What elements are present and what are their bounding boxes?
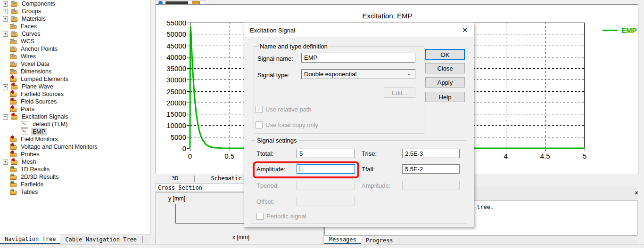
cross-section-title: Cross Section [158,184,202,191]
folder-gear-icon: ✱ [11,160,17,165]
tree-tab-bar: Navigation Tree Cable Navigation Tree [0,234,150,245]
tree-item-mesh[interactable]: +✱Mesh [0,158,150,166]
tab-separator [399,237,399,244]
tree-scrollbar[interactable] [150,0,155,234]
tree-item-emp[interactable]: ∿∿EMP [0,128,150,136]
navigation-tree-panel: +Components+Groups+MaterialsFaces+Curves… [0,0,150,234]
offset-label: Offset: [256,198,274,205]
tree-item-label: 1D Results [19,166,51,173]
tree-item-voltage-and-current-monitors[interactable]: ✱Voltage and Current Monitors [0,143,150,151]
tree-item-label: Field Sources [19,98,58,105]
close-icon[interactable]: ✕ [632,188,641,197]
tree-item-label: Tables [19,188,39,196]
tree-item-farfield-sources[interactable]: ✱Farfield Sources [0,90,150,98]
apply-button[interactable]: Apply [425,77,465,88]
group-legend: Signal settings [255,137,299,144]
dialog-title: Excitation Signal [250,27,295,34]
folder-gear-icon: ✱ [11,114,17,120]
signal-icon: ∿∿ [21,121,28,128]
folder-gear-icon: ✱ [10,152,17,157]
excitation-signal-dialog: Excitation Signal ✕ Name and type defini… [244,23,474,227]
signal-name-input[interactable]: EMP [301,53,415,63]
folder-results-icon: ≋ [10,175,17,180]
folder-gear-icon: ✱ [10,77,17,82]
folder-cone-icon [11,16,17,22]
tree-item-field-sources[interactable]: ✱Field Sources [0,98,150,105]
tree-item-2d-3d-results[interactable]: ≋2D/3D Results [0,173,150,181]
tree-item-dimensions[interactable]: Dimensions [0,68,150,75]
tab-separator [142,236,143,243]
tree-item-anchor-points[interactable]: Anchor Points [0,45,150,53]
tree-item-field-monitors[interactable]: ✱Field Monitors [0,136,150,143]
ok-button[interactable]: OK [425,49,465,60]
folder-results-icon: ≋ [10,182,17,187]
tab-navigation-tree[interactable]: Navigation Tree [0,234,60,245]
tree-item-default-tlm[interactable]: ∿∿default (TLM) [0,120,150,128]
tree-item-faces[interactable]: Faces [0,23,150,30]
tree-item-tables[interactable]: ≋Tables [0,188,150,196]
use-local-copy-label: Use local copy only [265,121,318,128]
periodic-signal-row: Periodic signal [256,213,306,220]
tree-item-ports[interactable]: ✱Ports [0,105,150,113]
tree-item-label: Anchor Points [19,45,59,53]
tab-3d[interactable]: 3D [156,175,194,182]
tree-item-lumped-elements[interactable]: ✱Lumped Elements [0,75,150,83]
tfall-input[interactable]: 5.5E-2 [402,164,460,174]
checkbox-checked-icon[interactable]: ✓ [256,106,263,113]
tree-item-curves[interactable]: +Curves [0,30,150,38]
collapse-icon[interactable]: − [3,114,8,120]
edit-button[interactable]: Edit... [384,88,415,98]
tab-label: Cable Navigation Tree [65,236,137,243]
offset-input [297,197,355,206]
checkbox-unchecked-icon[interactable] [256,121,263,128]
tab-progress[interactable]: Progress [361,236,398,245]
use-relative-path-row[interactable]: ✓ Use relative path [256,106,312,113]
tree-item-plane-wave[interactable]: +✱Plane Wave [0,83,150,90]
tab-label: Navigation Tree [5,236,56,242]
tree-item-label: Materials [20,15,47,23]
expand-icon[interactable]: + [3,32,8,37]
tree-item-farfields[interactable]: ≋Farfields [0,181,150,188]
help-button[interactable]: Help [425,92,465,102]
tree-item-components[interactable]: +Components [0,0,150,8]
text-caret [299,166,299,172]
amplitude2-input [402,181,460,190]
expand-icon[interactable]: + [3,1,8,7]
use-local-copy-row[interactable]: Use local copy only [256,121,318,128]
close-icon[interactable]: ✕ [461,26,469,34]
tab-cable-navigation-tree[interactable]: Cable Navigation Tree [60,234,141,245]
trise-input[interactable]: 2.5E-3 [402,149,460,158]
tree-item-excitation-signals[interactable]: −✱Excitation Signals [0,113,150,120]
tree-item-1d-results[interactable]: ≋1D Results [0,166,150,173]
dialog-titlebar[interactable]: Excitation Signal ✕ [244,23,474,37]
y-axis-label: y [mm] [168,195,185,202]
tree-item-label: Lumped Elements [19,75,70,83]
ttotal-input[interactable]: 5 [297,149,355,158]
expand-icon[interactable]: + [3,84,8,89]
tree-item-materials[interactable]: +Materials [0,15,150,23]
expand-icon[interactable]: + [3,160,8,165]
x-axis-label: x [mm] [213,234,269,240]
application-window: +Components+Groups+MaterialsFaces+Curves… [0,0,644,248]
tree-item-wires[interactable]: Wires [0,53,150,60]
tree-item-label: Mesh [20,158,38,166]
expand-icon[interactable]: + [3,16,8,22]
tree-item-probes[interactable]: ✱Probes [0,151,150,158]
folder-cone-icon [11,1,17,7]
folder-gear-icon: ✱ [10,144,17,150]
folder-cone-icon [10,69,17,74]
tree-item-label: default (TLM) [31,120,69,128]
signal-type-dropdown[interactable]: Double exponential ⌄ [301,69,415,79]
amplitude-input[interactable] [297,164,355,174]
folder-gear-icon: ✱ [10,99,17,104]
close-button[interactable]: Close [425,63,465,73]
tree-item-voxel-data[interactable]: Voxel Data [0,60,150,68]
expand-icon[interactable]: + [3,9,8,14]
tab-messages[interactable]: Messages [324,236,361,245]
tree-item-wcs[interactable]: WCS [0,38,150,45]
tree-item-groups[interactable]: +Groups [0,8,150,15]
tree-item-label: Components [20,0,57,8]
use-relative-path-label: Use relative path [265,106,312,113]
signal-type-value: Double exponential [304,71,356,78]
tree-item-label: Probes [19,151,41,158]
